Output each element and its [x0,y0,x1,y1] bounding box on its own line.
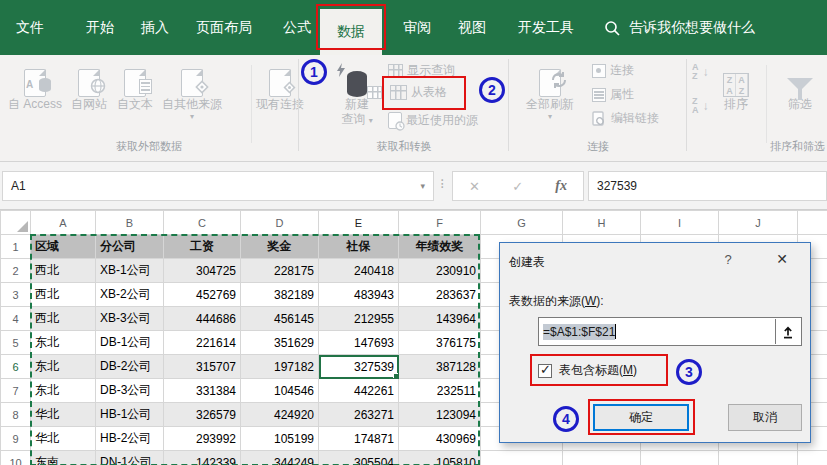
cell[interactable]: 444686 [164,307,241,331]
row-header[interactable]: 2 [1,259,31,283]
cell[interactable]: 315707 [164,355,241,379]
from-web-button[interactable]: 自网站 [66,57,112,139]
cell[interactable] [719,451,798,465]
column-header-F[interactable]: F [399,211,481,235]
select-all-button[interactable] [1,211,31,235]
cell[interactable] [641,451,719,465]
tell-me-search[interactable]: 告诉我你想要做什么 [604,0,755,55]
cancel-button[interactable]: 取消 [728,404,802,431]
cell[interactable]: 293992 [164,427,241,451]
cell[interactable]: 174871 [319,427,399,451]
cell[interactable]: 376175 [399,331,481,355]
has-headers-checkbox[interactable]: ✓ 表包含标题(M) [538,362,637,379]
column-header-E-active[interactable]: E [319,211,399,235]
cell[interactable]: 212955 [319,307,399,331]
column-header-H[interactable]: H [563,211,641,235]
properties-button[interactable]: 属性 [592,86,634,103]
tab-developer[interactable]: 开发工具 [518,0,574,55]
cell[interactable]: HB-2公司 [96,427,164,451]
cell[interactable]: 452769 [164,283,241,307]
from-access-button[interactable]: A 自 Access [6,57,64,139]
cell[interactable]: 344249 [241,451,319,465]
formula-bar-handle[interactable]: ⁝ [440,176,442,192]
cell[interactable]: 社保 [319,235,399,259]
cell[interactable]: DB-2公司 [96,355,164,379]
cell[interactable]: 143964 [399,307,481,331]
from-text-button[interactable]: 自文本 [112,57,158,139]
cell[interactable]: 382189 [241,283,319,307]
collapse-dialog-button[interactable] [775,319,800,344]
column-header-D[interactable]: D [241,211,319,235]
column-header-B[interactable]: B [96,211,164,235]
cell[interactable]: 442261 [319,379,399,403]
cell[interactable]: 197182 [241,355,319,379]
help-icon[interactable]: ? [718,252,738,267]
cell[interactable]: 西北 [31,307,96,331]
cell[interactable]: 232511 [399,379,481,403]
tab-home[interactable]: 开始 [86,0,114,55]
cell[interactable]: 305504 [319,451,399,465]
cell[interactable] [563,451,641,465]
tab-page-layout[interactable]: 页面布局 [196,0,252,55]
filter-button[interactable]: 筛选 [778,57,822,139]
refresh-all-button[interactable]: 全部刷新 ▾ [516,57,584,139]
sort-descending-button[interactable]: ZA ↓ [692,97,709,115]
cell[interactable]: 东北 [31,355,96,379]
cell[interactable]: XB-1公司 [96,259,164,283]
sort-button[interactable]: ZAAZ 排序 [716,57,756,139]
tab-view[interactable]: 视图 [458,0,486,55]
cell[interactable]: 年绩效奖 [399,235,481,259]
cell[interactable]: 456145 [241,307,319,331]
row-header[interactable]: 3 [1,283,31,307]
cell[interactable]: 283637 [399,283,481,307]
cell[interactable]: 142339 [164,451,241,465]
cell[interactable]: 奖金 [241,235,319,259]
cell[interactable]: 430969 [399,427,481,451]
name-box-dropdown-icon[interactable]: ▾ [420,181,433,191]
cell[interactable]: 387128 [399,355,481,379]
row-header[interactable]: 4 [1,307,31,331]
cell[interactable]: XB-3公司 [96,307,164,331]
range-input[interactable]: =$A$1:$F$21 [538,317,802,346]
insert-function-icon[interactable]: fx [555,178,567,194]
row-header[interactable]: 7 [1,379,31,403]
cell[interactable]: 424920 [241,403,319,427]
column-header-G[interactable]: G [481,211,563,235]
cell[interactable]: 东南 [31,451,96,465]
column-header-J[interactable]: J [719,211,798,235]
row-header[interactable]: 5 [1,331,31,355]
cell[interactable]: DB-1公司 [96,331,164,355]
row-header[interactable]: 9 [1,427,31,451]
tab-file[interactable]: 文件 [16,0,44,55]
column-header-C[interactable]: C [164,211,241,235]
connections-button[interactable]: 连接 [592,62,634,79]
cell[interactable]: 230910 [399,259,481,283]
cell[interactable]: 263271 [319,403,399,427]
recent-sources-button[interactable]: 最近使用的源 [388,112,478,129]
edit-links-button[interactable]: 编辑链接 [592,110,659,127]
cell[interactable]: 105810 [399,451,481,465]
formula-input[interactable]: 327539 [588,171,827,201]
active-cell-E6[interactable]: 327539 [319,355,399,379]
tab-review[interactable]: 审阅 [403,0,431,55]
cell[interactable]: 228175 [241,259,319,283]
cell[interactable]: DB-3公司 [96,379,164,403]
from-table-button[interactable]: 从表格 [390,84,447,101]
cell[interactable] [481,451,563,465]
cell[interactable]: HB-1公司 [96,403,164,427]
cell[interactable]: 西北 [31,259,96,283]
cell[interactable]: 326579 [164,403,241,427]
cell[interactable]: DN-1公司 [96,451,164,465]
cell[interactable]: 483943 [319,283,399,307]
new-query-button[interactable]: 新建 查询 ▾ [330,57,384,139]
cancel-entry-icon[interactable]: ✕ [469,179,480,194]
confirm-entry-icon[interactable]: ✓ [512,179,523,194]
row-header-active[interactable]: 6 [1,355,31,379]
ok-button[interactable]: 确定 [593,404,689,431]
cell[interactable]: 工资 [164,235,241,259]
sort-ascending-button[interactable]: AZ ↓ [692,63,709,81]
cell[interactable]: 东北 [31,379,96,403]
show-queries-button[interactable]: 显示查询 [388,62,455,79]
row-header[interactable]: 8 [1,403,31,427]
column-header-A[interactable]: A [31,211,96,235]
